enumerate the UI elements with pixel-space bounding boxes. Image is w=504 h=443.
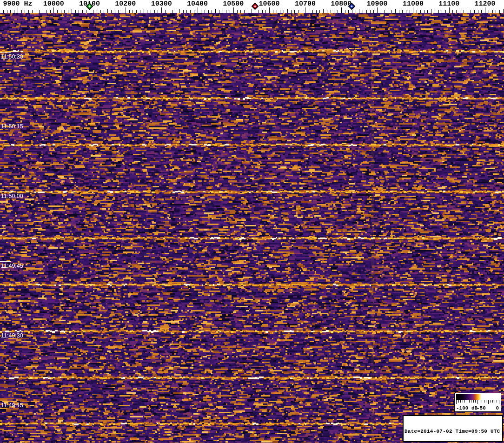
- freq-tick: [388, 10, 388, 13]
- freq-tick: [133, 10, 133, 13]
- freq-tick: [129, 10, 130, 13]
- freq-tick: [302, 10, 302, 13]
- freq-tick: [298, 10, 298, 13]
- freq-tick: [21, 10, 22, 13]
- freq-axis-label: 10400: [187, 0, 208, 8]
- freq-tick: [82, 10, 83, 13]
- colorbar-tick: [480, 400, 480, 403]
- colorbar-tick: [456, 400, 457, 404]
- station-info-box: Date=2014-07-02 Time=09:50 UTC Freq=143 …: [403, 415, 503, 442]
- freq-tick: [456, 10, 457, 13]
- freq-tick: [305, 7, 305, 13]
- freq-tick: [435, 10, 435, 13]
- freq-tick: [252, 9, 252, 13]
- colorbar-tick: [486, 400, 486, 403]
- freq-tick: [144, 9, 144, 13]
- freq-tick: [75, 10, 76, 13]
- freq-axis-label: 10500: [223, 0, 244, 8]
- freq-tick: [36, 9, 36, 13]
- colorbar-tick: [464, 400, 465, 403]
- colorbar-tick: [477, 400, 478, 404]
- freq-tick: [186, 10, 187, 13]
- amplitude-colorbar: -100 dB -50 0: [454, 393, 501, 412]
- freq-tick: [438, 10, 439, 13]
- freq-tick: [499, 10, 500, 13]
- freq-tick: [370, 10, 371, 13]
- freq-axis-label: 10000: [43, 0, 64, 8]
- freq-tick: [194, 10, 194, 13]
- freq-tick: [179, 9, 180, 13]
- freq-tick: [57, 10, 58, 13]
- freq-tick: [269, 7, 270, 13]
- colorbar-tick: [460, 400, 461, 403]
- freq-tick: [18, 7, 18, 13]
- freq-tick: [248, 10, 248, 13]
- freq-tick: [259, 10, 259, 13]
- freq-tick: [215, 9, 216, 13]
- freq-tick: [122, 10, 122, 13]
- freq-tick: [212, 10, 212, 13]
- freq-tick: [198, 7, 198, 13]
- colorbar-tick: [497, 400, 497, 403]
- freq-tick: [331, 10, 331, 13]
- freq-tick: [391, 10, 392, 13]
- freq-tick: [255, 10, 255, 13]
- freq-tick: [474, 10, 475, 13]
- colorbar-tick: [463, 400, 463, 403]
- freq-tick: [208, 10, 209, 13]
- colorbar-tick: [469, 400, 470, 403]
- freq-axis-label: 10900: [367, 0, 388, 8]
- freq-tick: [319, 10, 320, 13]
- freq-tick: [481, 10, 482, 13]
- freq-tick: [111, 10, 112, 13]
- freq-tick: [449, 7, 450, 13]
- freq-tick: [43, 10, 43, 13]
- colorbar-tick: [471, 400, 471, 403]
- freq-tick: [169, 10, 169, 13]
- freq-tick: [226, 10, 226, 13]
- freq-tick: [348, 10, 349, 13]
- freq-tick: [244, 10, 245, 13]
- freq-tick: [205, 10, 205, 13]
- freq-tick: [373, 10, 374, 13]
- freq-tick: [93, 10, 93, 13]
- freq-tick: [230, 10, 230, 13]
- freq-tick: [464, 10, 464, 13]
- freq-tick: [126, 7, 126, 13]
- freq-axis-label: 10600: [259, 0, 280, 8]
- freq-tick: [323, 9, 324, 13]
- freq-tick: [399, 10, 399, 13]
- freq-tick: [291, 10, 292, 13]
- freq-tick: [471, 10, 471, 13]
- freq-tick: [406, 10, 406, 13]
- info-date-time: Date=2014-07-02 Time=09:50 UTC: [405, 429, 501, 435]
- colorbar-label-mid: -50: [477, 405, 486, 411]
- freq-tick: [341, 7, 342, 13]
- freq-tick: [25, 10, 25, 13]
- freq-tick: [503, 9, 504, 13]
- freq-tick: [172, 10, 172, 13]
- freq-tick: [151, 10, 151, 13]
- freq-axis-label: 11100: [438, 0, 459, 8]
- freq-tick: [72, 9, 72, 13]
- freq-tick: [356, 10, 356, 13]
- colorbar-ticks: [456, 400, 499, 404]
- freq-tick: [50, 10, 51, 13]
- freq-tick: [467, 9, 467, 13]
- freq-tick: [165, 10, 166, 13]
- colorbar-label-max: 0: [496, 405, 499, 411]
- freq-tick: [46, 10, 47, 13]
- freq-tick: [136, 10, 137, 13]
- colorbar-tick: [458, 400, 459, 403]
- freq-tick: [273, 10, 273, 13]
- freq-tick: [478, 10, 478, 13]
- freq-red-marker[interactable]: [251, 2, 259, 10]
- freq-tick: [10, 10, 11, 13]
- colorbar-tick: [467, 400, 467, 404]
- freq-tick: [352, 10, 352, 13]
- freq-tick: [417, 10, 417, 13]
- freq-tick: [496, 10, 496, 13]
- freq-tick: [97, 10, 97, 13]
- spectrum-waterfall-display: 9900 Hz100001010010200103001040010500106…: [0, 0, 504, 443]
- freq-axis-label: 11200: [474, 0, 495, 8]
